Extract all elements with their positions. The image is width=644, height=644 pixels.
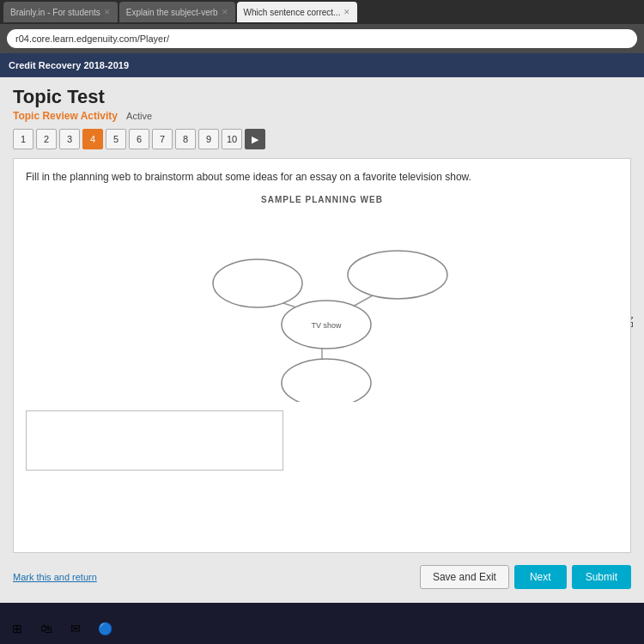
action-buttons: Save and Exit Next Submit: [420, 565, 631, 589]
app-title: Credit Recovery 2018-2019: [9, 60, 129, 70]
q-btn-1[interactable]: 1: [13, 129, 33, 149]
mail-icon[interactable]: ✉: [64, 617, 88, 641]
q-btn-4[interactable]: 4: [82, 129, 103, 149]
mark-return-link[interactable]: Mark this and return: [13, 572, 97, 582]
windows-icon[interactable]: ⊞: [5, 617, 29, 641]
store-icon[interactable]: 🛍: [34, 617, 58, 641]
q-btn-5[interactable]: 5: [106, 129, 126, 149]
q-btn-7[interactable]: 7: [152, 129, 173, 149]
taskbar: ⊞ 🛍 ✉ 🔵: [0, 613, 644, 644]
svg-point-7: [282, 359, 371, 402]
activity-label: Topic Review Activity: [13, 110, 118, 122]
page-title: Topic Test: [13, 86, 631, 108]
tab-close-icon[interactable]: ✕: [343, 8, 350, 16]
tab-label: Brainly.in - For students: [10, 8, 100, 17]
diagram-label: SAMPLE PLANNING WEB: [26, 195, 618, 204]
q-btn-9[interactable]: 9: [198, 129, 219, 149]
svg-point-6: [348, 251, 447, 299]
svg-text:TV show: TV show: [311, 321, 342, 330]
tab-bar: Brainly.in - For students ✕ Explain the …: [0, 0, 644, 24]
q-btn-2[interactable]: 2: [36, 129, 57, 149]
next-button[interactable]: Next: [514, 565, 567, 589]
action-bar: Mark this and return Save and Exit Next …: [13, 560, 631, 594]
q-btn-3[interactable]: 3: [59, 129, 80, 149]
save-exit-button[interactable]: Save and Exit: [420, 565, 509, 589]
browser-chrome: Brainly.in - For students ✕ Explain the …: [0, 0, 644, 53]
tab-explain[interactable]: Explain the subject-verb ✕: [119, 2, 235, 22]
tab-label: Which sentence correct...: [244, 8, 341, 17]
q-btn-10[interactable]: 10: [222, 129, 242, 149]
q-btn-6[interactable]: 6: [129, 129, 149, 149]
tab-close-icon[interactable]: ✕: [104, 8, 111, 16]
question-nav: 1 2 3 4 5 6 7 8 9 10 ▶ 🖨: [13, 129, 631, 149]
submit-button[interactable]: Submit: [572, 565, 631, 589]
app-header: Credit Recovery 2018-2019: [0, 53, 644, 77]
q-btn-next-arrow[interactable]: ▶: [245, 129, 265, 149]
tab-close-icon[interactable]: ✕: [222, 8, 228, 16]
address-bar: r04.core.learn.edgenuity.com/Player/: [0, 24, 644, 53]
page-wrapper: Topic Test Topic Review Activity Active …: [0, 77, 644, 603]
address-text: r04.core.learn.edgenuity.com/Player/: [15, 33, 169, 44]
tab-brainly[interactable]: Brainly.in - For students ✕: [3, 2, 118, 22]
question-text: Fill in the planning web to brainstorm a…: [26, 171, 618, 183]
activity-row: Topic Review Activity Active: [13, 110, 631, 122]
q-btn-8[interactable]: 8: [175, 129, 196, 149]
quiz-area: Fill in the planning web to brainstorm a…: [13, 158, 631, 553]
tab-which[interactable]: Which sentence correct... ✕: [237, 2, 358, 22]
address-input[interactable]: r04.core.learn.edgenuity.com/Player/: [7, 29, 637, 48]
status-badge: Active: [126, 111, 152, 121]
chrome-icon[interactable]: 🔵: [93, 617, 117, 641]
planning-web-diagram: TV show: [185, 213, 459, 402]
answer-textarea[interactable]: [26, 410, 283, 471]
svg-point-5: [213, 259, 302, 307]
tab-label: Explain the subject-verb: [126, 8, 218, 17]
